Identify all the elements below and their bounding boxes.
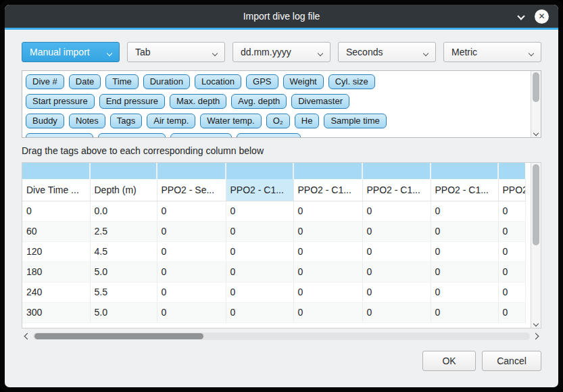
table-cell: 0: [157, 282, 226, 302]
table-cell: 0: [226, 302, 293, 322]
scrollbar-track[interactable]: [33, 333, 530, 340]
table-cell: 120: [22, 241, 90, 262]
table-row: 2405.5000000: [22, 282, 525, 302]
table-cell: 0: [226, 221, 293, 241]
table-cell: 0: [498, 302, 525, 322]
import-mode-select[interactable]: Manual import: [22, 42, 120, 62]
tags-scrollbar[interactable]: [531, 71, 541, 137]
table-cell: 0: [362, 241, 431, 262]
window-frame: Import dive log file ✕ Manual import Tab: [0, 0, 563, 392]
column-drop-target[interactable]: [90, 163, 157, 179]
table-cell: 0.0: [90, 201, 157, 221]
scrollbar-thumb[interactable]: [34, 333, 203, 339]
column-drop-target[interactable]: [498, 163, 525, 179]
column-header-row: Dive Time ...Depth (m)PPO2 - Se...PPO2 -…: [22, 179, 525, 201]
table-cell: 0: [431, 302, 498, 322]
table-cell: 0: [226, 262, 293, 282]
field-tag[interactable]: Water temp.: [200, 114, 261, 128]
table-cell: 0: [431, 201, 498, 221]
table-cell: 0: [498, 221, 525, 241]
column-drop-target[interactable]: [431, 163, 498, 179]
field-tag[interactable]: Date: [69, 74, 101, 89]
combo-value: Manual import: [30, 47, 90, 57]
column-drop-target[interactable]: [293, 163, 362, 179]
shade-window-icon[interactable]: [518, 9, 524, 22]
field-tag[interactable]: He: [295, 114, 320, 128]
table-cell: 0: [157, 302, 226, 322]
field-tag[interactable]: O₂: [266, 114, 290, 128]
field-tag[interactable]: Air temp.: [147, 114, 195, 128]
titlebar[interactable]: Import dive log file ✕: [5, 5, 558, 28]
field-tag[interactable]: Dive #: [26, 74, 64, 89]
combo-value: Metric: [451, 47, 477, 57]
table-row: 1204.5000000: [22, 241, 525, 262]
column-drop-target[interactable]: [157, 163, 226, 179]
chevron-down-icon: [318, 47, 322, 57]
field-tag[interactable]: Cyl. size: [328, 74, 375, 89]
import-table-area: Dive Time ...Depth (m)PPO2 - Se...PPO2 -…: [22, 163, 531, 328]
chevron-down-icon: [107, 47, 112, 57]
duration-format-select[interactable]: Seconds: [338, 42, 436, 62]
field-tag[interactable]: Sample CNS: [237, 133, 301, 137]
field-tag[interactable]: Time: [105, 74, 138, 89]
chevron-down-icon: [529, 47, 533, 57]
table-cell: 0: [431, 221, 498, 241]
column-header: PPO2 - C1...: [226, 179, 293, 201]
drop-target-row: [22, 163, 525, 179]
field-tag[interactable]: Avg. depth: [231, 94, 287, 109]
field-tag[interactable]: Sample temp.: [98, 133, 166, 137]
table-cell: 0: [157, 241, 226, 262]
scrollbar-thumb[interactable]: [533, 72, 539, 102]
options-row: Manual import Tab dd.mm.yyyy Seconds Met…: [22, 42, 541, 62]
field-tag[interactable]: Weight: [283, 74, 324, 89]
column-drop-target[interactable]: [226, 163, 293, 179]
combo-value: Seconds: [346, 47, 383, 57]
scroll-down-icon[interactable]: [531, 322, 541, 326]
cancel-button[interactable]: Cancel: [482, 351, 541, 371]
table-scrollbar[interactable]: [531, 163, 541, 328]
tags-panel: Dive #DateTimeDurationLocationGPSWeightC…: [22, 70, 541, 138]
column-header: PPO2 - Se...: [157, 179, 226, 201]
column-header: Depth (m): [90, 179, 157, 201]
table-cell: 240: [22, 282, 90, 302]
close-icon[interactable]: ✕: [535, 9, 549, 24]
table-cell: 0: [362, 221, 431, 241]
field-tag[interactable]: Sample pO₂: [170, 133, 231, 137]
scrollbar-thumb[interactable]: [533, 164, 539, 245]
scroll-down-icon[interactable]: [531, 131, 541, 135]
table-cell: 0: [157, 262, 226, 282]
table-cell: 0: [157, 221, 226, 241]
field-tag[interactable]: Duration: [143, 74, 190, 89]
chevron-down-icon: [213, 47, 217, 57]
field-tag[interactable]: Max. depth: [170, 94, 226, 109]
field-tag[interactable]: Divemaster: [291, 94, 349, 109]
table-cell: 2.5: [90, 221, 157, 241]
field-tag[interactable]: Tags: [110, 114, 142, 128]
column-drop-target[interactable]: [362, 163, 431, 179]
scroll-left-icon[interactable]: [23, 334, 30, 339]
field-tag[interactable]: Sample depth: [26, 133, 93, 137]
separator-select[interactable]: Tab: [127, 42, 225, 62]
table-cell: 0: [157, 201, 226, 221]
field-tag[interactable]: Notes: [69, 114, 105, 128]
horizontal-scrollbar[interactable]: [22, 330, 541, 342]
table-cell: 0: [431, 282, 498, 302]
field-tag[interactable]: GPS: [246, 74, 278, 89]
field-tag[interactable]: Start pressure: [26, 94, 95, 109]
tag-row: Sample depthSample temp.Sample pO₂Sample…: [26, 133, 527, 137]
dialog-content: Manual import Tab dd.mm.yyyy Seconds Met…: [5, 30, 558, 387]
field-tag[interactable]: Location: [195, 74, 241, 89]
field-tag[interactable]: Buddy: [26, 114, 64, 128]
field-tag[interactable]: End pressure: [99, 94, 165, 109]
table-cell: 0: [362, 201, 431, 221]
table-cell: 0: [362, 282, 431, 302]
ok-button[interactable]: OK: [422, 351, 476, 371]
table-cell: 0: [226, 201, 293, 221]
scroll-right-icon[interactable]: [533, 334, 540, 339]
dialog-footer: OK Cancel: [22, 351, 541, 371]
date-format-select[interactable]: dd.mm.yyyy: [232, 42, 331, 62]
table-cell: 0: [293, 221, 362, 241]
units-select[interactable]: Metric: [443, 42, 541, 62]
column-drop-target[interactable]: [22, 163, 90, 179]
field-tag[interactable]: Sample time: [324, 114, 386, 128]
